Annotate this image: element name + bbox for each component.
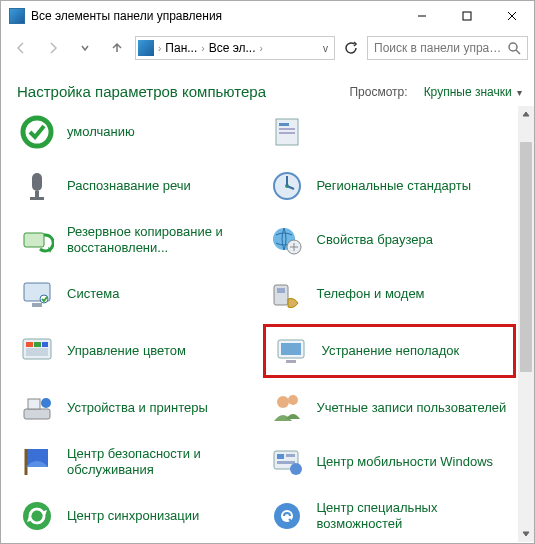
item-label: Управление цветом [67,343,186,359]
svg-rect-22 [32,303,42,307]
address-icon [138,40,154,56]
item-label: Устройства и принтеры [67,400,208,416]
breadcrumb-segment[interactable]: Пан... [165,41,197,55]
svg-rect-9 [279,128,295,130]
chevron-down-icon: ▾ [515,87,522,98]
header-row: Настройка параметров компьютера Просмотр… [1,65,534,106]
control-panel-item[interactable]: Учетные записи пользователей [267,388,513,428]
scroll-up-button[interactable] [518,106,534,122]
scroll-track[interactable] [518,122,534,526]
item-icon [269,222,305,258]
item-icon [19,168,55,204]
svg-rect-10 [279,132,295,134]
svg-rect-41 [286,454,295,457]
svg-rect-25 [277,288,285,293]
item-label: Центр специальных возможностей [317,500,511,533]
scrollbar[interactable] [518,106,534,542]
control-panel-icon [9,8,25,24]
control-panel-item[interactable]: умолчанию [17,112,263,152]
svg-rect-40 [277,454,284,459]
item-icon [19,333,55,369]
svg-rect-12 [35,191,39,197]
item-icon [269,168,305,204]
svg-line-5 [516,50,520,54]
control-panel-item[interactable]: Резервное копирование и восстановлени... [17,220,263,260]
svg-rect-8 [279,123,289,126]
item-icon [19,276,55,312]
item-icon [269,498,305,534]
refresh-button[interactable] [339,36,363,60]
address-bar[interactable]: › Пан... › Все эл... › v [135,36,335,60]
item-label: Телефон и модем [317,286,425,302]
control-panel-item[interactable]: Управление цветом [17,328,263,374]
item-icon [269,114,305,150]
svg-point-4 [509,43,517,51]
item-label: Распознавание речи [67,178,191,194]
svg-rect-18 [24,233,44,247]
svg-point-37 [277,396,289,408]
minimize-button[interactable] [399,1,444,31]
scroll-thumb[interactable] [520,142,532,372]
chevron-right-icon[interactable]: › [199,43,206,54]
svg-rect-29 [42,342,48,347]
view-label: Просмотр: [349,85,407,99]
search-input[interactable]: Поиск в панели управле... [367,36,528,60]
chevron-right-icon[interactable]: › [156,43,163,54]
item-label: Устранение неполадок [322,343,460,359]
titlebar: Все элементы панели управления [1,1,534,31]
scroll-down-button[interactable] [518,526,534,542]
control-panel-item[interactable] [267,112,513,152]
svg-rect-32 [281,343,301,355]
item-label: Региональные стандарты [317,178,471,194]
control-panel-item[interactable]: Центр специальных возможностей [267,496,513,536]
recent-dropdown[interactable] [71,34,99,62]
svg-rect-35 [28,399,40,409]
item-icon [19,114,55,150]
breadcrumb-segment[interactable]: Все эл... [209,41,256,55]
control-panel-item[interactable]: Система [17,274,263,314]
svg-point-44 [23,502,51,530]
control-panel-item[interactable]: Устройства и принтеры [17,388,263,428]
control-panel-item-highlighted[interactable]: Устранение неполадок [263,324,517,378]
item-icon [19,498,55,534]
svg-rect-27 [26,342,33,347]
item-icon [274,333,310,369]
address-dropdown[interactable]: v [319,43,332,54]
up-button[interactable] [103,34,131,62]
control-panel-item[interactable]: Региональные стандарты [267,166,513,206]
control-panel-item[interactable]: Центр безопасности и обслуживания [17,442,263,482]
svg-point-38 [288,395,298,405]
back-button[interactable] [7,34,35,62]
search-placeholder: Поиск в панели управле... [374,41,507,55]
item-label: Резервное копирование и восстановлени... [67,224,261,257]
item-icon [19,222,55,258]
control-panel-item[interactable]: Центр мобильности Windows [267,442,513,482]
svg-rect-1 [463,12,471,20]
control-panel-item[interactable]: Телефон и модем [267,274,513,314]
forward-button[interactable] [39,34,67,62]
svg-point-36 [41,398,51,408]
item-label: Система [67,286,119,302]
svg-point-43 [290,463,302,475]
control-panel-item[interactable]: Распознавание речи [17,166,263,206]
chevron-right-icon[interactable]: › [258,43,265,54]
search-icon [507,41,521,55]
control-panel-item[interactable]: Центр синхронизации [17,496,263,536]
item-label: Учетные записи пользователей [317,400,507,416]
view-selector[interactable]: Крупные значки ▾ [424,85,522,99]
item-icon [269,276,305,312]
navbar: › Пан... › Все эл... › v Поиск в панели … [1,31,534,65]
control-panel-item[interactable]: Свойства браузера [267,220,513,260]
item-label: Центр мобильности Windows [317,454,494,470]
item-label: умолчанию [67,124,135,140]
maximize-button[interactable] [444,1,489,31]
svg-rect-34 [24,409,50,419]
svg-rect-28 [34,342,41,347]
item-label: Центр синхронизации [67,508,199,524]
svg-rect-30 [26,348,48,356]
item-icon [269,390,305,426]
svg-rect-33 [286,360,296,363]
item-icon [19,390,55,426]
close-button[interactable] [489,1,534,31]
item-label: Свойства браузера [317,232,433,248]
